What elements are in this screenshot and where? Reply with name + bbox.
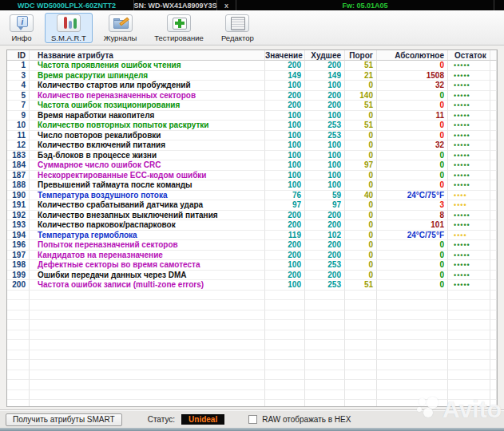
table-row[interactable]: 197 Кандидатов на переназначение 200 200… [7,251,497,261]
testing-button[interactable]: Тестирование [148,13,210,43]
get-smart-attributes-button[interactable]: Получить атрибуты SMART [6,413,122,426]
table-row[interactable]: 191 Количество срабатываний датчика удар… [7,200,497,211]
attribute-raw: 0 [377,160,448,171]
attribute-raw: 0 [377,240,448,251]
column-header-worst: Худшее [305,50,345,61]
attribute-name [30,370,265,381]
attribute-threshold [345,340,377,350]
table-row[interactable]: 196 Попыток переназначений секторов 200 … [7,240,497,251]
editor-button[interactable]: Редактор [215,13,260,43]
raw-hex-checkbox[interactable] [248,415,257,424]
folder-pencil-icon [109,14,133,32]
attribute-value: 200 [265,211,305,221]
attribute-name: Количество внезапных выключений питания [30,211,265,221]
attribute-raw: 0 [377,180,448,191]
attribute-name [30,380,265,390]
attribute-id [7,300,30,310]
attribute-worst [305,320,345,330]
table-row[interactable]: 183 Бэд-блоков в процессе жизни 100 100 … [7,151,497,161]
attribute-id [7,340,30,350]
attribute-value [265,300,305,310]
attribute-worst: 100 [305,111,345,121]
attribute-raw [377,380,448,390]
testing-button-label: Тестирование [154,34,204,42]
attribute-health-dots: ••••• [448,101,490,111]
table-row[interactable]: 11 Число повторов рекалибровки 100 253 0… [7,131,497,141]
window-bottom-edge [0,428,504,431]
attribute-threshold: 0 [345,111,377,121]
attribute-health-dots: ••••• [448,260,490,271]
attribute-raw: 3 [377,200,448,211]
table-row[interactable]: 12 Количество включений питания 100 100 … [7,140,497,151]
raw-hex-checkbox-label: RAW отображать в HEX [262,415,351,424]
smart-attributes-table[interactable]: ID Название атрибута Значение Худшее Пор… [6,49,498,407]
smart-icon [57,14,81,32]
attribute-threshold: 0 [345,131,377,141]
attribute-worst: 59 [305,191,345,201]
column-header-id: ID [7,50,30,61]
table-row[interactable]: 198 Дефектные секторы во время самотеста… [7,260,497,271]
attribute-health-dots: ••••• [448,121,490,131]
attribute-id: 194 [7,231,30,241]
smart-button[interactable]: S.M.A.R.T [45,13,93,43]
table-row[interactable]: 1 Частота проявления ошибок чтения 200 2… [7,61,497,71]
attribute-health-dots: ••••• [448,81,490,91]
attribute-health-dots [448,370,490,381]
table-row[interactable]: 10 Количество повторных попыток раскрутк… [7,121,497,131]
status-badge: Unideal [181,414,224,425]
attribute-name: Бэд-блоков в процессе жизни [30,151,265,161]
attribute-value: 100 [265,140,305,151]
status-label: Статус: [148,415,175,424]
attribute-value [265,291,305,301]
attribute-health-dots [448,300,490,310]
attribute-threshold: 0 [345,271,377,281]
journals-button[interactable]: Журналы [97,13,144,43]
attribute-threshold: 0 [345,231,377,241]
attribute-name: Дефектные секторы во время самотеста [30,260,265,271]
attribute-value: 97 [265,200,305,211]
info-button[interactable]: i Инфо [3,13,40,43]
attribute-health-dots: ••••• [448,131,490,141]
attribute-raw [377,360,448,370]
attribute-id: 191 [7,200,30,211]
attribute-raw: 24°C/75°F [377,231,448,241]
attribute-health-dots: •••• [448,231,490,241]
notepad-icon [225,14,249,32]
table-row[interactable]: 184 Суммарное число ошибок CRC 100 100 9… [7,160,497,171]
attribute-threshold [345,300,377,310]
attribute-name [30,300,265,310]
attribute-worst [305,390,345,401]
table-row[interactable]: 190 Температура воздушного потока 76 59 … [7,191,497,201]
attribute-value: 200 [265,91,305,101]
close-icon[interactable]: x [217,0,236,10]
attribute-threshold: 0 [345,180,377,191]
attribute-threshold: 0 [345,171,377,181]
attribute-worst: 200 [305,240,345,251]
attribute-threshold [345,310,377,321]
table-row[interactable]: 200 Частота ошибок записи (multi-zone er… [7,280,497,291]
table-row[interactable]: 3 Время раскрутки шпинделя 149 149 21 15… [7,71,497,81]
table-row[interactable]: 5 Количество переназначенных секторов 20… [7,91,497,101]
attribute-threshold: 51 [345,101,377,111]
table-row[interactable]: 7 Частота ошибок позиционирования 200 20… [7,101,497,111]
info-button-label: Инфо [11,34,31,42]
attribute-name: Нескорректированные ECC-кодом ошибки [30,171,265,181]
attribute-value: 100 [265,260,305,271]
attribute-worst: 200 [305,91,345,101]
attribute-value: 119 [265,231,305,241]
table-row[interactable]: 192 Количество внезапных выключений пита… [7,211,497,221]
attribute-worst: 253 [305,131,345,141]
attribute-name [30,400,265,407]
table-row[interactable]: 4 Количество стартов или пробуждений 100… [7,81,497,91]
table-row[interactable]: 188 Превышений таймаута после команды 10… [7,180,497,191]
attribute-worst: 200 [305,271,345,281]
table-row[interactable]: 193 Количество парковок/распарковок 200 … [7,220,497,231]
table-row[interactable]: 9 Время наработки накопителя 100 100 0 1… [7,111,497,121]
attribute-health-dots: ••••• [448,111,490,121]
attribute-worst [305,300,345,310]
table-row[interactable]: 194 Температура гермоблока 119 102 0 24°… [7,231,497,241]
attribute-raw [377,291,448,301]
table-row[interactable]: 199 Ошибки передачи данных через DMA 200… [7,271,497,281]
attribute-value [265,390,305,401]
table-row[interactable]: 187 Нескорректированные ECC-кодом ошибки… [7,171,497,181]
